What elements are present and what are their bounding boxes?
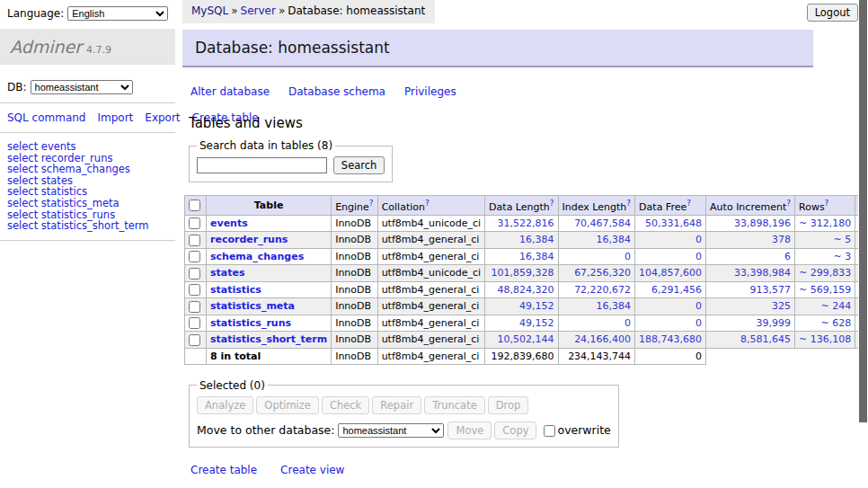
selected-button-repair[interactable]: Repair [372,396,421,414]
sidebar-action-link[interactable]: SQL command [7,111,85,124]
column-header-label: Data Length [489,201,550,213]
sidebar-action-link[interactable]: Export [145,111,180,124]
data-free-cell: 188,743,680 [635,332,706,349]
table-name-link[interactable]: schema_changes [210,251,304,262]
table-name-link[interactable]: states [210,267,245,279]
help-link[interactable]: ? [425,199,430,208]
data-free-cell: 6,291,456 [635,281,706,298]
index-length-cell: 0 [558,315,635,332]
sidebar-select-table-link[interactable]: select schema_changes [7,164,175,175]
vertical-scrollbar-thumb[interactable] [859,0,867,422]
index-length-cell: 70,467,584 [558,215,635,232]
help-link[interactable]: ? [786,199,791,208]
table-name-cell: statistics_short_term [207,332,332,349]
language-select[interactable]: English [67,6,168,21]
database-action-link[interactable]: Database schema [288,85,385,98]
table-name-link[interactable]: statistics [210,284,261,296]
overwrite-label[interactable]: overwrite [544,423,610,437]
column-header-label: Collation [382,201,425,213]
engine-cell: InnoDB [332,248,377,265]
breadcrumb-item[interactable]: Server [241,4,276,17]
row-checkbox-cell [185,332,207,349]
row-checkbox[interactable] [189,235,200,246]
db-select[interactable]: homeassistant [31,80,133,94]
column-header: Collation? [377,196,484,216]
engine-cell: InnoDB [332,265,377,282]
selected-button-truncate[interactable]: Truncate [424,396,485,414]
row-checkbox[interactable] [189,268,200,279]
row-checkbox-cell [185,265,207,282]
sidebar-select-table-link[interactable]: select events [7,141,175,153]
overwrite-checkbox[interactable] [544,425,555,437]
collation-cell: utf8mb4_general_ci [377,315,484,332]
column-header-label: Auto Increment [710,201,786,213]
logout-button[interactable]: Logout [807,4,858,22]
rows-count-cell: ~ 136,108 [795,332,855,349]
data-free-cell: 0 [635,232,706,249]
column-header-label: Table [254,200,284,211]
help-link[interactable]: ? [686,199,691,208]
search-input[interactable] [197,157,327,173]
search-button[interactable]: Search [333,156,385,174]
auto-increment-cell: 913,577 [706,281,795,298]
page-title: Database: homeassistant [182,30,813,67]
sidebar-select-table-link[interactable]: select statistics_short_term [7,220,175,232]
help-link[interactable]: ? [369,199,374,208]
table-name-cell: schema_changes [207,248,332,265]
sidebar-table-links: select eventsselect recorder_runsselect … [7,141,175,232]
column-header: Table [207,196,332,216]
db-label: DB: [7,81,27,93]
help-link[interactable]: ? [626,199,631,208]
column-header: Engine? [332,196,377,216]
move-button-move[interactable]: Move [447,421,492,439]
table-name-link[interactable]: statistics_short_term [210,333,327,345]
database-action-link[interactable]: Privileges [404,85,456,98]
column-header-label: Rows [799,201,825,213]
database-action-link[interactable]: Alter database [190,85,270,98]
row-checkbox[interactable] [189,317,200,329]
help-link[interactable]: ? [550,199,554,208]
table-name-link[interactable]: recorder_runs [210,234,288,245]
selected-button-optimize[interactable]: Optimize [256,396,319,414]
breadcrumb-item[interactable]: MySQL [191,4,228,17]
auto-increment-cell: 39,999 [706,315,795,332]
sidebar-action-link[interactable]: Import [97,111,133,124]
engine-cell: InnoDB [332,298,377,315]
help-link[interactable]: ? [825,199,829,208]
data-length-cell: 49,152 [485,298,558,315]
sidebar-divider [0,102,175,103]
create-link[interactable]: Create view [280,464,344,476]
collation-cell: utf8mb4_unicode_ci [377,265,484,282]
database-action-links: Alter databaseDatabase schemaPrivileges [190,85,813,98]
auto-increment-cell: 8,581,645 [706,332,795,349]
selected-button-analyze[interactable]: Analyze [197,396,253,414]
row-checkbox[interactable] [189,251,200,262]
data-length-cell: 101,859,328 [485,265,558,282]
tables-overview-table: TableEngine?Collation?Data Length?Index … [184,195,868,365]
row-checkbox[interactable] [189,301,200,313]
auto-increment-cell: 33,898,196 [706,215,795,232]
table-name-link[interactable]: statistics_meta [210,300,295,312]
move-button-copy[interactable]: Copy [494,421,536,439]
move-row: Move to other database:homeassistantMove… [197,421,611,439]
row-checkbox[interactable] [189,284,200,296]
sidebar-select-table-link[interactable]: select statistics_meta [7,198,175,209]
move-db-select[interactable]: homeassistant [338,423,444,438]
selected-button-drop[interactable]: Drop [488,396,529,414]
vertical-scrollbar-track[interactable] [858,0,868,488]
create-link[interactable]: Create table [190,464,257,476]
table-name-link[interactable]: statistics_runs [210,317,291,329]
row-checkbox[interactable] [189,217,200,229]
collation-cell: utf8mb4_general_ci [377,298,484,315]
table-name-cell: states [207,265,332,282]
main-content: Database: homeassistant Alter databaseDa… [182,22,813,488]
row-checkbox-cell [185,281,207,298]
table-name-link[interactable]: events [210,217,248,229]
select-all-checkbox[interactable] [189,200,200,211]
row-checkbox-cell [185,215,207,232]
index-length-cell: 67,256,320 [558,265,635,282]
selected-button-check[interactable]: Check [322,396,369,414]
search-fieldset: Search data in tables (8) Search [189,139,393,182]
row-checkbox[interactable] [189,334,200,346]
total-engine-cell: InnoDB [332,348,377,364]
